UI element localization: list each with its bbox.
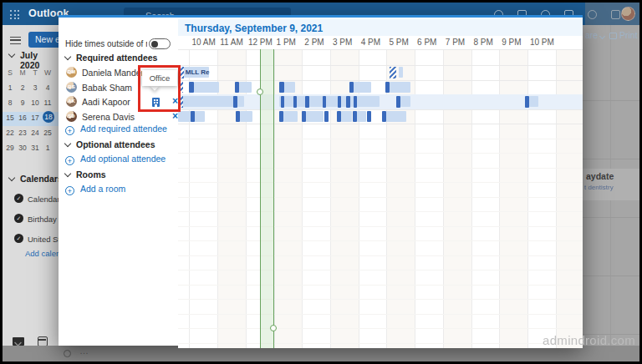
mini-cal-day[interactable]: 22 (4, 129, 16, 137)
mini-cal-day[interactable]: 16 (17, 114, 28, 122)
calendar-list-item[interactable]: ✓United States holidays (5, 230, 61, 247)
mini-cal-day[interactable]: 1 (4, 83, 16, 92)
mini-cal-day[interactable]: 29 (4, 144, 16, 152)
busy-block (306, 111, 323, 122)
busy-bar (353, 111, 357, 123)
mini-cal-day[interactable]: 3 (29, 83, 41, 92)
mini-cal-day[interactable]: 17 (29, 114, 41, 122)
busy-bar (385, 82, 390, 94)
hide-times-toggle[interactable] (149, 38, 171, 49)
selection-drag-handle-top[interactable] (257, 88, 263, 95)
busy-block (240, 111, 252, 122)
checked-circle-icon[interactable]: ✓ (14, 214, 23, 223)
busy-block (194, 82, 219, 93)
mini-cal-day[interactable]: 15 (4, 114, 16, 122)
event-title-label: MLL Re (186, 68, 210, 76)
rooms-header[interactable]: Rooms (65, 169, 106, 179)
busy-bar (323, 96, 327, 108)
row-gridline (178, 109, 583, 110)
plus-circle-icon: + (65, 126, 74, 135)
screenshot-frame: Outlook Search New event July 2020 SMTW1… (0, 0, 642, 364)
row-gridline (178, 197, 583, 198)
share-button[interactable]: are (585, 30, 604, 40)
busy-block (399, 67, 403, 78)
selection-drag-handle-bottom[interactable] (270, 325, 277, 331)
availability-grid[interactable]: MLL Re (178, 49, 583, 348)
mini-cal-selected-day[interactable]: 18 (43, 111, 54, 123)
chevron-down-icon (64, 53, 71, 60)
plus-circle-icon: + (65, 186, 74, 195)
optional-attendees-header[interactable]: Optional attendees (65, 139, 155, 149)
busy-bar (279, 82, 283, 94)
checked-circle-icon[interactable]: ✓ (14, 194, 23, 203)
mini-cal-day[interactable]: 24 (29, 129, 41, 137)
row-gridline (178, 270, 583, 270)
checked-circle-icon[interactable]: ✓ (14, 234, 23, 243)
attendee-avatar: AK (66, 96, 77, 107)
add-optional-attendee-link[interactable]: +Add optional attendee (65, 154, 182, 164)
watermark: admindroid.com (497, 333, 635, 347)
app-launcher-waffle-icon[interactable] (10, 10, 20, 20)
mini-cal-day[interactable]: 11 (42, 99, 54, 107)
row-gridline (178, 255, 583, 256)
background-event-card: aydate t dentistry (583, 169, 639, 200)
mini-cal-day[interactable]: 10 (29, 99, 41, 107)
row-gridline (178, 314, 583, 315)
busy-bar (189, 82, 193, 94)
busy-block (529, 96, 539, 107)
busy-bar (525, 96, 529, 108)
row-gridline (178, 328, 583, 329)
time-tick-label: 7 PM (446, 38, 465, 47)
busy-block (239, 82, 251, 93)
add-room-link[interactable]: +Add a room (65, 184, 182, 194)
time-tick-label: 5 PM (389, 38, 408, 47)
print-button[interactable]: Print (609, 30, 638, 40)
row-gridline (178, 226, 583, 227)
required-attendees-header[interactable]: Required attendees (65, 53, 157, 63)
chevron-down-icon[interactable] (8, 174, 15, 181)
time-tick-label: 8 PM (474, 38, 493, 47)
calendar-list-item[interactable]: ✓Calendar (5, 190, 61, 207)
add-required-attendee-link[interactable]: +Add required attendee (65, 124, 182, 134)
chevron-down-icon (599, 33, 605, 39)
mini-cal-day[interactable]: 25 (42, 129, 54, 137)
mini-cal-day[interactable]: 30 (17, 144, 28, 152)
busy-block (357, 111, 366, 122)
busy-block (400, 96, 410, 107)
mini-calendar[interactable]: SMTW123489101115161718222324252930311 (3, 65, 59, 172)
mini-cal-day[interactable]: 23 (17, 129, 28, 137)
date-header-band: Thursday, September 9, 2021 (178, 19, 583, 36)
time-tick-label: 10 PM (530, 38, 554, 47)
busy-bar (382, 111, 386, 123)
busy-bar (337, 111, 341, 123)
mail-module-icon[interactable] (13, 337, 24, 346)
attendee-name: Babak Sham (82, 83, 132, 93)
busy-block (283, 111, 298, 122)
time-tick-label: 10 AM (191, 38, 215, 47)
modal-dim-overlay (585, 3, 639, 25)
mini-cal-day[interactable]: 8 (4, 99, 16, 107)
mini-cal-day[interactable]: 4 (42, 83, 54, 92)
time-tick-label: 4 PM (361, 38, 380, 47)
attendee-name: Aadi Kapoor (82, 97, 130, 107)
busy-bar (191, 111, 195, 123)
time-tick-label: 6 PM (417, 38, 436, 47)
row-gridline (178, 65, 583, 66)
busy-bar (324, 111, 329, 123)
mini-cal-day[interactable]: 31 (29, 144, 41, 152)
row-gridline (178, 153, 583, 154)
busy-bar (367, 111, 371, 123)
plus-circle-icon: + (65, 156, 74, 165)
mini-cal-day-header: M (17, 68, 28, 77)
mini-cal-day[interactable]: 2 (17, 83, 28, 92)
mini-cal-day-header: S (4, 68, 16, 77)
mini-cal-day[interactable]: 9 (17, 99, 28, 107)
chevron-down-icon[interactable] (8, 51, 15, 58)
background-event-title: aydate (586, 171, 614, 181)
busy-bar (302, 111, 306, 123)
time-axis: 10 AM11 AM12 PM1 PM2 PM3 PM4 PM5 PM6 PM7… (178, 36, 583, 49)
calendars-section-title[interactable]: Calendars (20, 174, 63, 184)
hamburger-menu-icon[interactable] (10, 37, 21, 44)
mini-cal-day[interactable]: 1 (42, 144, 54, 152)
calendar-list-item[interactable]: ✓Birthday (5, 210, 61, 227)
